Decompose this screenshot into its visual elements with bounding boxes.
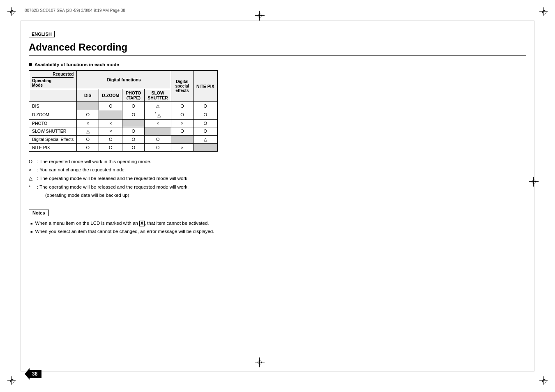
cell-dzoom-dis: O bbox=[77, 110, 99, 120]
legend-desc-o: : The requested mode will work in this o… bbox=[37, 157, 152, 166]
cell-slow-dis: △ bbox=[77, 127, 99, 135]
cell-nite-slow: O bbox=[145, 143, 171, 151]
legend-sym-delta: △ bbox=[29, 174, 35, 183]
reg-mark-tr bbox=[539, 7, 548, 16]
cell-nite-digital: × bbox=[171, 143, 193, 151]
page-num-triangle bbox=[25, 368, 30, 380]
crosshair-right-mid bbox=[529, 177, 539, 187]
legend-item-star-sub: (operating mode data will be backed up) bbox=[29, 191, 526, 200]
section-header-text: Availability of functions in each mode bbox=[35, 62, 119, 67]
notes-label: Notes bbox=[29, 210, 49, 216]
cell-nite-photo: O bbox=[122, 143, 145, 151]
legend-item-x: × : You can not change the requested mod… bbox=[29, 166, 526, 174]
file-info: 00762B SCD107 SEA (28~59) 3/8/04 9:19 AM… bbox=[25, 8, 125, 13]
page-number: 38 bbox=[25, 368, 41, 380]
table-top-left-header: Requested OperatingMode bbox=[29, 71, 77, 89]
legend-item-o: O : The requested mode will work in this… bbox=[29, 157, 526, 166]
cell-digital-photo: O bbox=[122, 135, 145, 143]
cell-dis-dis bbox=[77, 102, 99, 110]
table-row: NITE PIX O O O O × bbox=[29, 143, 218, 151]
reg-mark-tl bbox=[7, 7, 16, 16]
crosshair-top-center bbox=[255, 11, 265, 21]
x-box-icon: X bbox=[139, 221, 145, 226]
row-dis-label: DIS bbox=[29, 102, 77, 110]
cell-photo-slow: × bbox=[145, 119, 171, 127]
cell-digital-digital bbox=[171, 135, 193, 143]
legend-sym-star: * bbox=[29, 183, 35, 191]
row-dzoom-label: D.ZOOM bbox=[29, 110, 77, 120]
legend-desc-x: : You can not change the requested mode. bbox=[37, 166, 126, 174]
cell-digital-slow: O bbox=[145, 135, 171, 143]
cell-dis-dzoom: O bbox=[99, 102, 122, 110]
functions-table: Requested OperatingMode Digital function… bbox=[29, 70, 218, 152]
reg-mark-bl bbox=[7, 376, 16, 385]
page-title: Advanced Recording bbox=[29, 42, 526, 56]
cell-slow-digital: O bbox=[171, 127, 193, 135]
col-header-placeholder bbox=[29, 89, 77, 102]
cell-dis-nite: O bbox=[193, 102, 217, 110]
section-header: Availability of functions in each mode bbox=[29, 62, 526, 67]
cell-dzoom-nite: O bbox=[193, 110, 217, 120]
digital-special-header: Digitalspecialeffects bbox=[171, 71, 193, 102]
legend: O : The requested mode will work in this… bbox=[29, 157, 526, 200]
page-num-text: 38 bbox=[30, 370, 41, 378]
cell-dzoom-dzoom bbox=[99, 110, 122, 120]
table-row: DIS O O △ O O bbox=[29, 102, 218, 110]
row-slow-label: SLOW SHUTTER bbox=[29, 127, 77, 135]
cell-photo-dis: × bbox=[77, 119, 99, 127]
cell-photo-nite: O bbox=[193, 119, 217, 127]
cell-digital-nite: △ bbox=[193, 135, 217, 143]
cell-slow-dzoom: × bbox=[99, 127, 122, 135]
cell-digital-dis: O bbox=[77, 135, 99, 143]
requested-label: Requested bbox=[53, 72, 74, 76]
operating-mode-label: OperatingMode bbox=[32, 78, 51, 88]
legend-desc-star-sub: (operating mode data will be backed up) bbox=[37, 191, 129, 200]
legend-item-delta: △ : The operating mode will be released … bbox=[29, 174, 526, 183]
legend-item-star: * : The operating mode will be released … bbox=[29, 183, 526, 191]
cell-photo-dzoom: × bbox=[99, 119, 122, 127]
table-row: PHOTO × × × × O bbox=[29, 119, 218, 127]
notes-item-1: When a menu item on the LCD is marked wi… bbox=[30, 219, 526, 228]
bullet-icon bbox=[29, 63, 32, 66]
col-dis-header: DIS bbox=[77, 89, 99, 102]
row-photo-label: PHOTO bbox=[29, 119, 77, 127]
cell-slow-nite: O bbox=[193, 127, 217, 135]
cell-dis-photo: O bbox=[122, 102, 145, 110]
content-area: ENGLISH Advanced Recording Availability … bbox=[29, 31, 526, 235]
legend-sym-x: × bbox=[29, 166, 35, 174]
cell-digital-dzoom: O bbox=[99, 135, 122, 143]
cell-nite-dzoom: O bbox=[99, 143, 122, 151]
language-badge: ENGLISH bbox=[29, 31, 55, 37]
notes-item-1-text: When a menu item on the LCD is marked wi… bbox=[35, 219, 209, 228]
cell-nite-nite bbox=[193, 143, 217, 151]
crosshair-bottom-center bbox=[255, 357, 265, 367]
row-digital-label: Digital Special Effects bbox=[29, 135, 77, 143]
cell-dzoom-photo: O bbox=[122, 110, 145, 120]
table-row: D.ZOOM O O * △ O O bbox=[29, 110, 218, 120]
nite-pix-header: NITE PIX bbox=[193, 71, 217, 102]
table-row: SLOW SHUTTER △ × O O O bbox=[29, 127, 218, 135]
cell-dis-slow: △ bbox=[145, 102, 171, 110]
table-row: Digital Special Effects O O O O △ bbox=[29, 135, 218, 143]
cell-photo-digital: × bbox=[171, 119, 193, 127]
cell-dis-digital: O bbox=[171, 102, 193, 110]
notes-item-2: When you select an item that cannot be c… bbox=[30, 228, 526, 236]
row-nite-label: NITE PIX bbox=[29, 143, 77, 151]
cell-slow-photo: O bbox=[122, 127, 145, 135]
reg-mark-br bbox=[539, 376, 548, 385]
digital-functions-header: Digital functions bbox=[77, 71, 171, 89]
notes-item-2-text: When you select an item that cannot be c… bbox=[35, 228, 214, 236]
cell-nite-dis: O bbox=[77, 143, 99, 151]
cell-slow-slow bbox=[145, 127, 171, 135]
col-slow-header: SLOWSHUTTER bbox=[145, 89, 171, 102]
col-dzoom-header: D.ZOOM bbox=[99, 89, 122, 102]
cell-dzoom-digital: O bbox=[171, 110, 193, 120]
legend-desc-delta: : The operating mode will be released an… bbox=[37, 174, 189, 183]
col-photo-header: PHOTO(TAPE) bbox=[122, 89, 145, 102]
legend-sym-o: O bbox=[29, 157, 35, 166]
notes-list: When a menu item on the LCD is marked wi… bbox=[30, 219, 526, 235]
legend-desc-star: : The operating mode will be released an… bbox=[37, 183, 189, 191]
cell-photo-photo bbox=[122, 119, 145, 127]
cell-dzoom-slow: * △ bbox=[145, 110, 171, 120]
